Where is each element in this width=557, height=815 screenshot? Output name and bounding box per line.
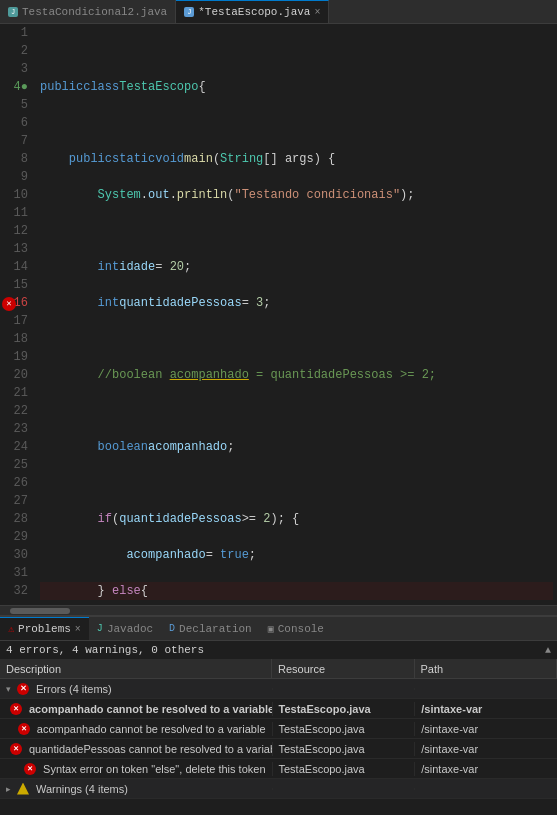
scrollbar-thumb[interactable] (10, 608, 70, 614)
line-num-18: 18 (4, 330, 28, 348)
tab-console-label: Console (278, 623, 324, 635)
code-line-15: acompanhado = true; (40, 546, 553, 564)
errors-group-header[interactable]: ▾ ✕ Errors (4 items) (0, 679, 557, 699)
line-num-32: 32 (4, 582, 28, 600)
code-line-12: boolean acompanhado; (40, 438, 553, 456)
warnings-group-header[interactable]: ▸ Warnings (4 items) (0, 779, 557, 799)
line-num-13: 13 (4, 240, 28, 258)
error-4-text: Syntax error on token "else", delete thi… (43, 763, 265, 775)
tab-close-button[interactable]: × (314, 7, 320, 18)
collapse-icon[interactable]: ▲ (545, 645, 551, 656)
errors-group-icon: ✕ (17, 683, 29, 695)
error-3-text: quantidadePessoas cannot be resolved to … (29, 743, 272, 755)
line-num-12: 12 (4, 222, 28, 240)
code-content[interactable]: public class TestaEscopo { public static… (36, 24, 557, 605)
line-num-2: 2 (4, 42, 28, 60)
warnings-group-resource (272, 788, 415, 790)
error-1-text: acompanhado cannot be resolved to a vari… (29, 703, 272, 715)
java-icon-active: J (184, 7, 194, 17)
tab-problems[interactable]: ⚠ Problems × (0, 617, 89, 640)
code-line-10: //boolean acompanhado = quantidadePessoa… (40, 366, 553, 384)
code-line-16: } else { (40, 582, 553, 600)
panel-tab-bar: ⚠ Problems × J Javadoc D Declaration ▣ C… (0, 617, 557, 641)
warnings-group-path (414, 788, 557, 790)
console-icon: ▣ (268, 623, 274, 635)
line-numbers: 1 2 3 4● 5 6 7 8 9 10 11 12 13 14 15 ✕ 1… (0, 24, 36, 605)
tab-javadoc-label: Javadoc (107, 623, 153, 635)
error-2-resource: TestaEscopo.java (272, 722, 415, 736)
errors-group-label: Errors (4 items) (36, 683, 112, 695)
tab-testacondicional-label: TestaCondicional2.java (22, 6, 167, 18)
problems-count: 4 errors, 4 warnings, 0 others (6, 644, 204, 656)
line-num-3: 3 (4, 60, 28, 78)
warnings-group-label: Warnings (4 items) (36, 783, 128, 795)
tab-declaration-label: Declaration (179, 623, 252, 635)
line-num-23: 23 (4, 420, 28, 438)
tab-console[interactable]: ▣ Console (260, 617, 332, 640)
tab-testacondicional[interactable]: J TestaCondicional2.java (0, 0, 176, 23)
tab-problems-label: Problems (18, 623, 71, 635)
line-num-26: 26 (4, 474, 28, 492)
line-num-14: 14 (4, 258, 28, 276)
error-2-path: /sintaxe-var (414, 722, 557, 736)
code-line-5: System.out.println("Testando condicionai… (40, 186, 553, 204)
problems-icon: ⚠ (8, 623, 14, 635)
warnings-chevron: ▸ (6, 784, 11, 794)
line-num-8: 8 (4, 150, 28, 168)
tab-testaescopo[interactable]: J *TestaEscopo.java × (176, 0, 329, 23)
error-1-resource: TestaEscopo.java (272, 702, 415, 716)
code-scroll[interactable]: 1 2 3 4● 5 6 7 8 9 10 11 12 13 14 15 ✕ 1… (0, 24, 557, 605)
line-num-11: 11 (4, 204, 28, 222)
line-num-17: 17 (4, 312, 28, 330)
line-num-15: 15 (4, 276, 28, 294)
declaration-icon: D (169, 623, 175, 634)
error-row-2[interactable]: acompanhado cannot be resolved to a vari… (0, 719, 557, 739)
line-num-6: 6 (4, 114, 28, 132)
tab-problems-close[interactable]: × (75, 624, 81, 635)
errors-group-cell: ▾ ✕ Errors (4 items) (0, 682, 272, 696)
error-2-icon (18, 723, 30, 735)
error-3-icon (10, 743, 22, 755)
horizontal-scrollbar[interactable] (0, 605, 557, 615)
error-1-path: /sintaxe-var (414, 702, 557, 716)
tab-javadoc[interactable]: J Javadoc (89, 617, 161, 640)
line-num-5: 5 (4, 96, 28, 114)
error-row-3[interactable]: quantidadePessoas cannot be resolved to … (0, 739, 557, 759)
code-line-3 (40, 114, 553, 132)
line-num-20: 20 (4, 366, 28, 384)
code-line-6 (40, 222, 553, 240)
errors-group-resource (272, 688, 415, 690)
error-4-path: /sintaxe-var (414, 762, 557, 776)
javadoc-icon: J (97, 623, 103, 634)
code-line-11 (40, 402, 553, 420)
error-row-4[interactable]: Syntax error on token "else", delete thi… (0, 759, 557, 779)
problems-table-header: Description Resource Path (0, 659, 557, 679)
problems-table[interactable]: Description Resource Path ▾ ✕ Errors (4 … (0, 659, 557, 815)
error-2-desc: acompanhado cannot be resolved to a vari… (0, 722, 272, 736)
line-num-27: 27 (4, 492, 28, 510)
code-line-8: int quantidadePessoas = 3; (40, 294, 553, 312)
tab-testaescopo-label: *TestaEscopo.java (198, 6, 310, 18)
problems-summary: 4 errors, 4 warnings, 0 others ▲ (0, 641, 557, 659)
warnings-group-icon (17, 783, 29, 795)
java-icon: J (8, 7, 18, 17)
error-2-text: acompanhado cannot be resolved to a vari… (37, 723, 266, 735)
line-num-29: 29 (4, 528, 28, 546)
error-4-icon (24, 763, 36, 775)
error-3-desc: quantidadePessoas cannot be resolved to … (0, 742, 272, 756)
line-num-25: 25 (4, 456, 28, 474)
error-row-1[interactable]: acompanhado cannot be resolved to a vari… (0, 699, 557, 719)
code-line-13 (40, 474, 553, 492)
line-num-7: 7 (4, 132, 28, 150)
line-num-16: ✕ 16 (4, 294, 28, 312)
line-num-10: 10 (4, 186, 28, 204)
line-num-21: 21 (4, 384, 28, 402)
line-num-9: 9 (4, 168, 28, 186)
code-line-9 (40, 330, 553, 348)
code-line-14: if (quantidadePessoas >= 2); { (40, 510, 553, 528)
header-description: Description (0, 659, 272, 678)
line-num-28: 28 (4, 510, 28, 528)
tab-declaration[interactable]: D Declaration (161, 617, 260, 640)
tab-bar: J TestaCondicional2.java J *TestaEscopo.… (0, 0, 557, 24)
error-4-desc: Syntax error on token "else", delete thi… (0, 762, 272, 776)
